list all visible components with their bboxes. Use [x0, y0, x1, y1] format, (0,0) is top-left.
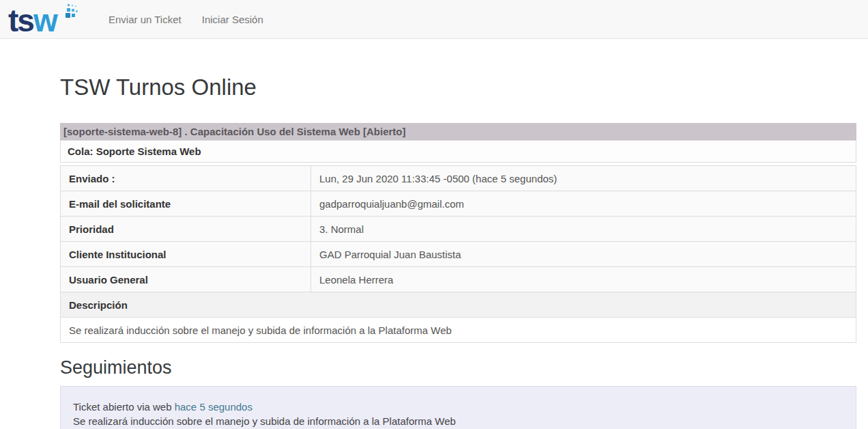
row-value-usuario: Leonela Herrera: [311, 267, 856, 292]
logo-pixel-dot: [68, 4, 70, 6]
logo-pixel-dot: [72, 9, 74, 12]
row-label-cliente: Cliente Institucional: [61, 242, 311, 267]
logo-text: tsw: [8, 4, 57, 37]
table-row: Cliente Institucional GAD Parroquial Jua…: [61, 242, 856, 267]
description-label: Descripción: [61, 292, 856, 318]
navbar-links: Enviar un Ticket Iniciar Sesión: [98, 7, 274, 32]
ticket-queue-row: Cola: Soporte Sistema Web: [60, 140, 856, 163]
table-row: Enviado : Lun, 29 Jun 2020 11:33:45 -050…: [61, 166, 856, 191]
logo-pixel-dot: [75, 5, 76, 7]
table-row: Usuario General Leonela Herrera: [61, 267, 856, 292]
logo-text-ts: ts: [8, 3, 33, 38]
followups-title: Seguimientos: [60, 355, 856, 380]
followup-time-link[interactable]: hace 5 segundos: [175, 401, 252, 413]
tsw-logo[interactable]: tsw: [8, 1, 82, 37]
nav-item-iniciar-sesion[interactable]: Iniciar Sesión: [192, 7, 274, 32]
logo-pixel-dot: [72, 5, 73, 6]
followup-headline: Ticket abierto via web hace 5 segundos: [73, 400, 843, 414]
nav-item-enviar-ticket[interactable]: Enviar un Ticket: [98, 7, 192, 32]
row-label-email: E-mail del solicitante: [61, 191, 311, 217]
followup-prefix: Ticket abierto via web: [73, 401, 175, 413]
logo-pixel-dot: [72, 14, 75, 17]
ticket-details-table: Enviado : Lun, 29 Jun 2020 11:33:45 -050…: [60, 165, 856, 343]
followup-entry: Ticket abierto via web hace 5 segundos S…: [60, 386, 856, 429]
table-row: E-mail del solicitante gadparroquialjuan…: [61, 191, 856, 217]
row-value-cliente: GAD Parroquial Juan Baustista: [311, 242, 856, 267]
followup-body: Se realizará inducción sobre el manejo y…: [73, 415, 843, 428]
row-label-prioridad: Prioridad: [61, 217, 311, 242]
table-row-description-label: Descripción: [61, 292, 856, 318]
table-row: Prioridad 3. Normal: [61, 217, 856, 242]
logo-pixel-dot: [66, 13, 70, 18]
navbar: tsw Enviar un Ticket Iniciar Sesión: [0, 0, 868, 39]
logo-pixel-dot: [67, 8, 70, 12]
row-value-email: gadparroquialjuanb@gmail.com: [311, 191, 856, 217]
description-text: Se realizará inducción sobre el manejo y…: [61, 318, 856, 343]
table-row-description-text: Se realizará inducción sobre el manejo y…: [61, 318, 856, 343]
row-label-enviado: Enviado :: [61, 166, 311, 191]
logo-pixel-dot: [76, 10, 78, 12]
main-content: TSW Turnos Online [soporte-sistema-web-8…: [60, 72, 856, 429]
row-label-usuario: Usuario General: [61, 267, 311, 292]
row-value-prioridad: 3. Normal: [311, 217, 856, 242]
page-title: TSW Turnos Online: [60, 72, 856, 102]
row-value-enviado: Lun, 29 Jun 2020 11:33:45 -0500 (hace 5 …: [311, 166, 856, 191]
ticket-header-bar: [soporte-sistema-web-8] . Capacitación U…: [60, 123, 856, 140]
logo-text-w: w: [33, 3, 57, 38]
